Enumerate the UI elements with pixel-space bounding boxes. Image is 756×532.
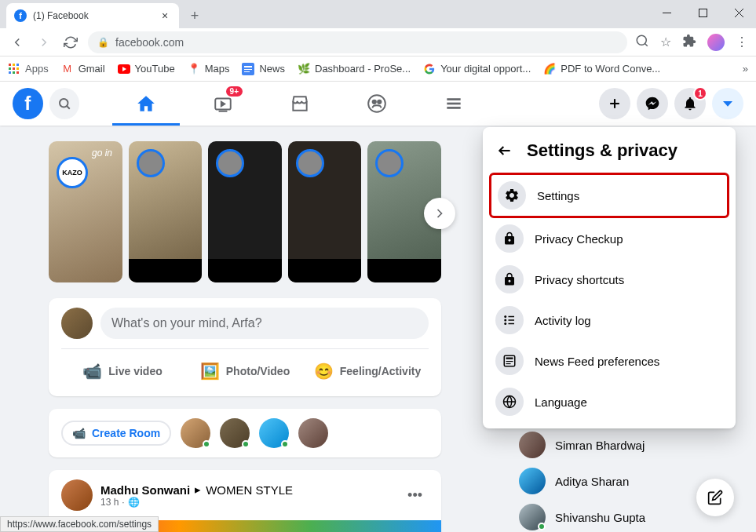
settings-item-activity-log[interactable]: Activity log	[489, 300, 729, 341]
minimize-button[interactable]	[656, 2, 677, 24]
bookmark-gmail[interactable]: MGmail	[61, 63, 105, 75]
story-card[interactable]	[288, 141, 362, 282]
zoom-icon[interactable]	[635, 34, 649, 51]
reload-button[interactable]	[61, 33, 80, 52]
tab-marketplace[interactable]	[265, 82, 335, 126]
messenger-button[interactable]	[637, 88, 668, 119]
browser-menu-icon[interactable]: ⋮	[736, 35, 748, 49]
browser-tab[interactable]: f (1) Facebook ×	[6, 3, 179, 28]
post-menu-button[interactable]: •••	[401, 484, 429, 507]
settings-item-settings[interactable]: Settings	[489, 173, 729, 218]
svg-point-28	[378, 100, 381, 104]
svg-line-5	[645, 43, 647, 46]
svg-point-26	[368, 95, 385, 112]
svg-rect-41	[509, 323, 515, 325]
settings-item-label: Privacy Checkup	[535, 232, 623, 246]
svg-point-38	[504, 322, 506, 325]
post-author-line: Madhu Sonwani▸WOMEN STYLE	[100, 483, 393, 497]
svg-rect-19	[244, 69, 252, 70]
search-button[interactable]	[49, 88, 80, 119]
forward-button[interactable]	[35, 33, 53, 52]
bookmark-maps[interactable]: 📍Maps	[188, 63, 230, 75]
photo-icon: 🖼️	[200, 362, 220, 381]
browser-chrome: f (1) Facebook × + 🔒 facebook.com ☆ ⋮ Ap…	[0, 0, 756, 82]
youtube-icon	[118, 63, 130, 75]
lock-icon	[495, 265, 524, 293]
room-contact-avatar[interactable]	[298, 418, 328, 448]
settings-item-news-feed[interactable]: News Feed preferences	[489, 341, 729, 381]
back-arrow-button[interactable]	[494, 140, 516, 162]
tab-title: (1) Facebook	[33, 10, 152, 21]
create-button[interactable]	[599, 88, 630, 119]
bookmark-pdf[interactable]: 🌈PDF to Word Conve...	[543, 63, 660, 75]
star-icon[interactable]: ☆	[660, 35, 671, 49]
back-button[interactable]	[8, 33, 27, 52]
bookmark-apps[interactable]: Apps	[8, 63, 49, 75]
close-icon[interactable]: ×	[159, 9, 171, 22]
url-text: facebook.com	[115, 36, 184, 49]
maximize-button[interactable]	[692, 2, 714, 24]
settings-item-language[interactable]: Language	[489, 381, 729, 422]
bookmarks-overflow-icon[interactable]: »	[743, 63, 748, 75]
notifications-button[interactable]: 1	[674, 88, 706, 119]
svg-rect-14	[16, 71, 19, 74]
settings-item-label: Privacy shortcuts	[535, 273, 624, 286]
bookmark-digital[interactable]: Your digital opport...	[423, 63, 531, 75]
settings-item-privacy-shortcuts[interactable]: Privacy shortcuts	[489, 259, 729, 300]
settings-privacy-panel: Settings & privacy Settings Privacy Chec…	[483, 127, 736, 428]
svg-rect-12	[9, 71, 11, 74]
live-video-button[interactable]: 📹Live video	[61, 355, 184, 387]
gmail-icon: M	[61, 63, 74, 75]
svg-point-4	[637, 35, 646, 45]
maps-icon: 📍	[188, 63, 200, 75]
post-time: 13 h·🌐	[100, 497, 393, 508]
settings-item-label: Language	[535, 395, 587, 409]
tab-hamburger[interactable]	[418, 82, 489, 126]
tab-groups[interactable]	[341, 82, 412, 126]
facebook-logo[interactable]: f	[13, 88, 43, 119]
room-contact-avatar[interactable]	[181, 418, 210, 448]
story-card[interactable]	[129, 141, 203, 282]
tab-home[interactable]	[111, 82, 181, 126]
composer-card: What's on your mind, Arfa? 📹Live video 🖼…	[49, 298, 441, 396]
grid-icon	[8, 63, 20, 75]
extensions-icon[interactable]	[682, 34, 696, 51]
svg-rect-11	[16, 67, 19, 70]
bookmark-youtube[interactable]: YouTube	[118, 63, 175, 75]
pdf-icon: 🌈	[543, 63, 556, 75]
new-tab-button[interactable]: +	[184, 5, 206, 27]
notif-badge: 1	[693, 86, 707, 100]
svg-marker-34	[723, 101, 732, 107]
room-contact-avatar[interactable]	[220, 418, 250, 448]
contact-item[interactable]: Simran Bhardwaj	[513, 427, 732, 463]
feeling-button[interactable]: 😊Feeling/Activity	[306, 355, 429, 387]
svg-rect-8	[16, 64, 19, 66]
story-card[interactable]	[208, 141, 282, 282]
settings-item-label: Settings	[537, 189, 579, 202]
room-contact-avatar[interactable]	[259, 418, 289, 448]
smile-icon: 😊	[314, 362, 334, 381]
address-bar[interactable]: 🔒 facebook.com	[88, 31, 627, 53]
story-card[interactable]: KAZOgo in	[49, 141, 122, 282]
composer-input[interactable]: What's on your mind, Arfa?	[100, 308, 429, 339]
svg-line-22	[67, 106, 70, 109]
stories-next-button[interactable]	[424, 198, 455, 229]
bookmark-dashboard[interactable]: 🌿Dashboard - ProSe...	[298, 63, 411, 75]
profile-avatar-icon[interactable]	[707, 34, 725, 51]
user-avatar[interactable]	[61, 308, 93, 339]
bookmark-news[interactable]: News	[242, 63, 285, 75]
stories-row: KAZOgo in	[49, 141, 441, 282]
settings-item-privacy-checkup[interactable]: Privacy Checkup	[489, 218, 729, 259]
facebook-header: f 9+ 1	[0, 82, 756, 126]
post-author-avatar[interactable]	[61, 479, 93, 511]
svg-rect-40	[509, 319, 515, 321]
online-indicator	[538, 523, 546, 530]
new-message-button[interactable]	[696, 479, 734, 516]
svg-rect-1	[699, 9, 707, 16]
tab-watch[interactable]: 9+	[188, 82, 258, 126]
create-room-button[interactable]: 📹Create Room	[61, 421, 171, 446]
close-window-button[interactable]	[728, 2, 750, 24]
svg-rect-18	[244, 66, 252, 67]
photo-video-button[interactable]: 🖼️Photo/Video	[184, 355, 306, 387]
account-button[interactable]	[712, 88, 743, 119]
